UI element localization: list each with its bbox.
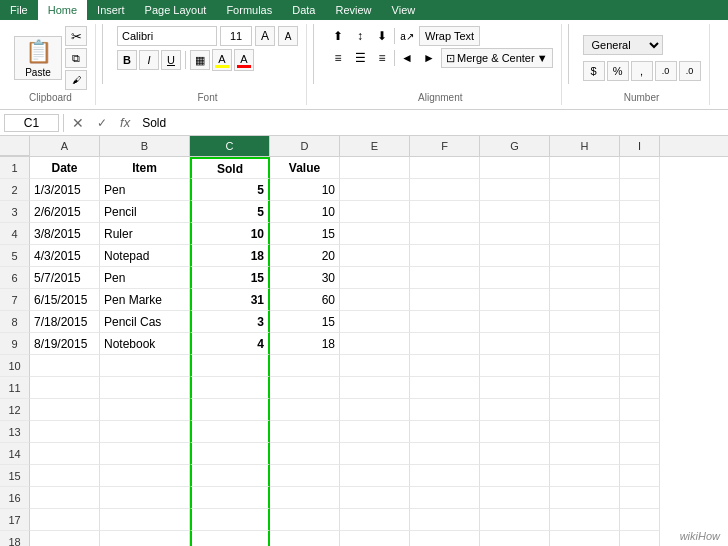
cell-A5[interactable]: 4/3/2015 bbox=[30, 245, 100, 267]
cell-I2[interactable] bbox=[620, 179, 660, 201]
cell-G9[interactable] bbox=[480, 333, 550, 355]
cell-A14[interactable] bbox=[30, 443, 100, 465]
percent-button[interactable]: % bbox=[607, 61, 629, 81]
cell-C15[interactable] bbox=[190, 465, 270, 487]
cell-C11[interactable] bbox=[190, 377, 270, 399]
cell-H2[interactable] bbox=[550, 179, 620, 201]
font-name-input[interactable] bbox=[117, 26, 217, 46]
cell-C17[interactable] bbox=[190, 509, 270, 531]
cell-A15[interactable] bbox=[30, 465, 100, 487]
cell-F16[interactable] bbox=[410, 487, 480, 509]
cell-B18[interactable] bbox=[100, 531, 190, 546]
italic-button[interactable]: I bbox=[139, 50, 159, 70]
cell-B8[interactable]: Pencil Cas bbox=[100, 311, 190, 333]
cell-B10[interactable] bbox=[100, 355, 190, 377]
bold-button[interactable]: B bbox=[117, 50, 137, 70]
cell-F2[interactable] bbox=[410, 179, 480, 201]
cell-E2[interactable] bbox=[340, 179, 410, 201]
tab-data[interactable]: Data bbox=[282, 0, 325, 20]
comma-button[interactable]: , bbox=[631, 61, 653, 81]
cell-A16[interactable] bbox=[30, 487, 100, 509]
cell-D12[interactable] bbox=[270, 399, 340, 421]
cell-A18[interactable] bbox=[30, 531, 100, 546]
tab-view[interactable]: View bbox=[382, 0, 426, 20]
align-right-button[interactable]: ≡ bbox=[372, 48, 392, 68]
cell-I14[interactable] bbox=[620, 443, 660, 465]
align-bottom-button[interactable]: ⬇ bbox=[372, 26, 392, 46]
cell-G14[interactable] bbox=[480, 443, 550, 465]
cell-I3[interactable] bbox=[620, 201, 660, 223]
cell-A1[interactable]: Date bbox=[30, 157, 100, 179]
cell-G18[interactable] bbox=[480, 531, 550, 546]
formula-confirm-button[interactable]: ✓ bbox=[92, 113, 112, 133]
cell-H7[interactable] bbox=[550, 289, 620, 311]
cell-D13[interactable] bbox=[270, 421, 340, 443]
cell-H12[interactable] bbox=[550, 399, 620, 421]
cell-B3[interactable]: Pencil bbox=[100, 201, 190, 223]
cell-A8[interactable]: 7/18/2015 bbox=[30, 311, 100, 333]
cell-C13[interactable] bbox=[190, 421, 270, 443]
underline-button[interactable]: U bbox=[161, 50, 181, 70]
formula-input[interactable] bbox=[138, 115, 724, 131]
cell-E10[interactable] bbox=[340, 355, 410, 377]
font-color-button[interactable]: A bbox=[234, 49, 254, 71]
cell-E4[interactable] bbox=[340, 223, 410, 245]
cell-C8[interactable]: 3 bbox=[190, 311, 270, 333]
cell-E13[interactable] bbox=[340, 421, 410, 443]
cell-A2[interactable]: 1/3/2015 bbox=[30, 179, 100, 201]
cell-A6[interactable]: 5/7/2015 bbox=[30, 267, 100, 289]
cell-G4[interactable] bbox=[480, 223, 550, 245]
cell-G5[interactable] bbox=[480, 245, 550, 267]
col-header-G[interactable]: G bbox=[480, 136, 550, 156]
cell-B14[interactable] bbox=[100, 443, 190, 465]
cell-G1[interactable] bbox=[480, 157, 550, 179]
cell-C18[interactable] bbox=[190, 531, 270, 546]
cell-reference-input[interactable] bbox=[4, 114, 59, 132]
cell-B17[interactable] bbox=[100, 509, 190, 531]
cell-F14[interactable] bbox=[410, 443, 480, 465]
cell-H15[interactable] bbox=[550, 465, 620, 487]
formula-fx-button[interactable]: fx bbox=[116, 115, 134, 130]
col-header-A[interactable]: A bbox=[30, 136, 100, 156]
cell-D16[interactable] bbox=[270, 487, 340, 509]
cell-C6[interactable]: 15 bbox=[190, 267, 270, 289]
cell-B16[interactable] bbox=[100, 487, 190, 509]
number-format-select[interactable]: General bbox=[583, 35, 663, 55]
cell-F12[interactable] bbox=[410, 399, 480, 421]
cell-I6[interactable] bbox=[620, 267, 660, 289]
cell-B4[interactable]: Ruler bbox=[100, 223, 190, 245]
cell-G2[interactable] bbox=[480, 179, 550, 201]
indent-increase-button[interactable]: ► bbox=[419, 48, 439, 68]
decimal-increase-button[interactable]: .0 bbox=[655, 61, 677, 81]
cell-G16[interactable] bbox=[480, 487, 550, 509]
cell-E15[interactable] bbox=[340, 465, 410, 487]
cell-H1[interactable] bbox=[550, 157, 620, 179]
cell-E16[interactable] bbox=[340, 487, 410, 509]
cell-B13[interactable] bbox=[100, 421, 190, 443]
cell-F7[interactable] bbox=[410, 289, 480, 311]
col-header-H[interactable]: H bbox=[550, 136, 620, 156]
cell-F9[interactable] bbox=[410, 333, 480, 355]
cell-F6[interactable] bbox=[410, 267, 480, 289]
cell-F17[interactable] bbox=[410, 509, 480, 531]
paste-button[interactable]: 📋 Paste bbox=[14, 36, 62, 80]
cell-D18[interactable] bbox=[270, 531, 340, 546]
cell-D14[interactable] bbox=[270, 443, 340, 465]
cell-G10[interactable] bbox=[480, 355, 550, 377]
font-size-input[interactable] bbox=[220, 26, 252, 46]
cell-C7[interactable]: 31 bbox=[190, 289, 270, 311]
cell-E1[interactable] bbox=[340, 157, 410, 179]
format-painter-button[interactable]: 🖌 bbox=[65, 70, 87, 90]
cell-I10[interactable] bbox=[620, 355, 660, 377]
font-size-decrease-button[interactable]: A bbox=[278, 26, 298, 46]
cell-C16[interactable] bbox=[190, 487, 270, 509]
cell-A13[interactable] bbox=[30, 421, 100, 443]
tab-formulas[interactable]: Formulas bbox=[216, 0, 282, 20]
col-header-C[interactable]: C bbox=[190, 136, 270, 156]
cell-I13[interactable] bbox=[620, 421, 660, 443]
cell-E17[interactable] bbox=[340, 509, 410, 531]
font-size-increase-button[interactable]: A bbox=[255, 26, 275, 46]
cell-F5[interactable] bbox=[410, 245, 480, 267]
cell-E7[interactable] bbox=[340, 289, 410, 311]
cell-F3[interactable] bbox=[410, 201, 480, 223]
